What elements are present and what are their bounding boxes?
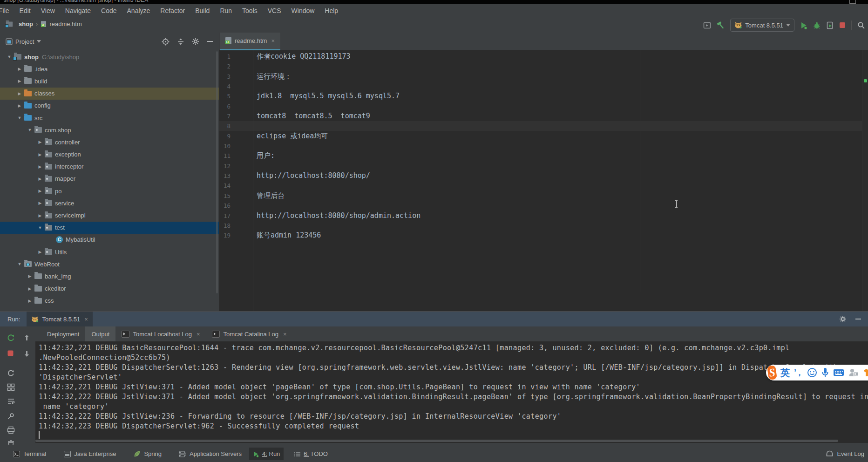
tree-item-css[interactable]: ▶ css: [0, 295, 219, 307]
chevron-collapsed-icon[interactable]: ▶: [16, 79, 23, 83]
stop-button[interactable]: [839, 22, 846, 28]
menu-tools[interactable]: Tools: [237, 7, 263, 14]
tab-tomcat-catalina-log[interactable]: Tomcat Catalina Log ×: [206, 326, 292, 341]
tab-tomcat-localhost-log[interactable]: Tomcat Localhost Log ×: [115, 326, 206, 341]
chevron-down-icon[interactable]: [37, 40, 41, 43]
chevron-collapsed-icon[interactable]: ▶: [26, 299, 34, 303]
tree-item-config[interactable]: ▶ config: [0, 100, 219, 112]
build-hammer-icon[interactable]: [717, 21, 725, 29]
tree-item-mapper[interactable]: ▶ mapper: [0, 173, 219, 185]
project-scrollbar[interactable]: [216, 51, 218, 293]
close-icon[interactable]: ×: [84, 316, 88, 323]
tree-item-test[interactable]: ▼ test: [0, 222, 219, 234]
gear-icon[interactable]: [192, 38, 199, 45]
tab-output[interactable]: Output: [85, 326, 115, 341]
up-stack-trace-button[interactable]: [23, 334, 31, 342]
editor-error-stripe[interactable]: [862, 50, 868, 311]
emoji-icon[interactable]: [807, 367, 817, 378]
chevron-collapsed-icon[interactable]: ▶: [26, 274, 34, 279]
deployed-artifacts-button[interactable]: [7, 383, 15, 391]
console-hscrollbar[interactable]: [35, 440, 838, 442]
open-in-window-icon[interactable]: [703, 21, 711, 29]
tree-item-build[interactable]: ▶ build: [0, 75, 219, 87]
hide-panel-icon[interactable]: [855, 316, 861, 322]
chevron-expanded-icon[interactable]: ▼: [16, 262, 23, 266]
rerun-server-button[interactable]: [7, 334, 15, 342]
chevron-expanded-icon[interactable]: ▼: [26, 128, 34, 132]
breadcrumb-project[interactable]: shop: [19, 20, 33, 27]
tree-item-mybatisutil[interactable]: MybatisUtil: [0, 234, 219, 246]
gear-icon[interactable]: [839, 315, 847, 323]
stop-server-button[interactable]: [7, 350, 15, 358]
ime-punctuation-icon[interactable]: ’，: [794, 367, 803, 378]
menu-window[interactable]: Window: [286, 7, 320, 14]
pin-tab-button[interactable]: [7, 412, 15, 420]
tab-readme-htm[interactable]: readme.htm ×: [220, 33, 280, 50]
close-icon[interactable]: ×: [271, 37, 275, 44]
editor-content[interactable]: 1作者cookie QQ2118119173 2 3运行环境： 4 5jdk1.…: [219, 51, 868, 240]
menu-run[interactable]: Run: [215, 7, 237, 14]
chevron-collapsed-icon[interactable]: ▶: [16, 67, 23, 71]
tree-item-serviceimpl[interactable]: ▶ serviceImpl: [0, 209, 219, 221]
tree-item-bank-img[interactable]: ▶ bank_img: [0, 270, 219, 282]
chevron-collapsed-icon[interactable]: ▶: [16, 103, 23, 108]
window-maximize-icon[interactable]: [849, 0, 856, 4]
microphone-icon[interactable]: [821, 367, 829, 378]
menu-file[interactable]: File: [0, 7, 14, 14]
statusbar-todo[interactable]: 6: TODO: [290, 448, 332, 460]
soft-wrap-button[interactable]: [7, 397, 15, 405]
statusbar-java-enterprise[interactable]: Java Enterprise: [60, 448, 120, 460]
print-button[interactable]: [7, 426, 15, 434]
console-output[interactable]: 11:42:32,221 DEBUG BasicResourcePool:164…: [35, 341, 868, 443]
menu-analyze[interactable]: Analyze: [122, 7, 156, 14]
chevron-expanded-icon[interactable]: ▼: [6, 54, 13, 59]
chevron-collapsed-icon[interactable]: ▶: [36, 164, 44, 169]
tree-item-po[interactable]: ▶ po: [0, 185, 219, 197]
close-icon[interactable]: ×: [283, 331, 287, 338]
tree-item-controller[interactable]: ▶ controller: [0, 136, 219, 148]
tree-item-src[interactable]: ▼ src: [0, 112, 219, 124]
statusbar-application-servers[interactable]: Application Servers: [176, 448, 245, 460]
chevron-collapsed-icon[interactable]: ▶: [16, 91, 23, 96]
menu-build[interactable]: Build: [190, 7, 215, 14]
tree-item-webroot[interactable]: ▼ WebRoot: [0, 258, 219, 270]
sogou-logo-icon[interactable]: S: [767, 365, 777, 380]
tree-item-exception[interactable]: ▶ exception: [0, 149, 219, 161]
chevron-collapsed-icon[interactable]: ▶: [36, 201, 44, 205]
tree-item-classes[interactable]: ▶ classes: [0, 88, 219, 100]
menu-code[interactable]: Code: [96, 7, 122, 14]
menu-edit[interactable]: Edit: [14, 7, 36, 14]
chevron-expanded-icon[interactable]: ▼: [16, 116, 23, 120]
id-card-icon[interactable]: [848, 368, 859, 377]
menu-refactor[interactable]: Refactor: [155, 7, 190, 14]
skin-shirt-icon[interactable]: [863, 368, 868, 377]
chevron-collapsed-icon[interactable]: ▶: [36, 189, 44, 193]
debug-button[interactable]: [813, 21, 821, 29]
sogou-ime-bar[interactable]: S 英 ’，: [766, 365, 868, 380]
locate-file-icon[interactable]: [162, 38, 170, 46]
chevron-collapsed-icon[interactable]: ▶: [36, 152, 44, 157]
virtual-keyboard-icon[interactable]: [833, 368, 844, 377]
tree-item-service[interactable]: ▶ service: [0, 197, 219, 209]
tree-item-interceptor[interactable]: ▶ interceptor: [0, 161, 219, 173]
search-everywhere-icon[interactable]: [857, 21, 865, 29]
refresh-deployment-button[interactable]: [7, 369, 15, 377]
breadcrumb-file[interactable]: readme.htm: [49, 20, 81, 27]
menu-help[interactable]: Help: [319, 7, 343, 14]
collapse-all-icon[interactable]: [177, 38, 184, 45]
down-stack-trace-button[interactable]: [23, 350, 31, 358]
menu-view[interactable]: View: [36, 7, 60, 14]
tree-item-com-shop[interactable]: ▼ com.shop: [0, 124, 219, 136]
menu-navigate[interactable]: Navigate: [60, 7, 96, 14]
statusbar-run[interactable]: 4: Run: [249, 448, 284, 460]
statusbar-terminal[interactable]: Terminal: [9, 448, 50, 460]
hide-panel-icon[interactable]: [207, 38, 213, 45]
tree-item-idea[interactable]: ▶ .idea: [0, 63, 219, 75]
project-panel-title[interactable]: Project: [15, 38, 34, 45]
run-with-coverage-button[interactable]: [826, 21, 834, 29]
close-icon[interactable]: ×: [197, 331, 200, 338]
tree-item-ckeditor[interactable]: ▶ ckeditor: [0, 283, 219, 295]
ime-language-toggle[interactable]: 英: [780, 367, 790, 379]
menu-vcs[interactable]: VCS: [263, 7, 286, 14]
run-configuration-select[interactable]: Tomcat 8.5.51: [730, 19, 794, 32]
